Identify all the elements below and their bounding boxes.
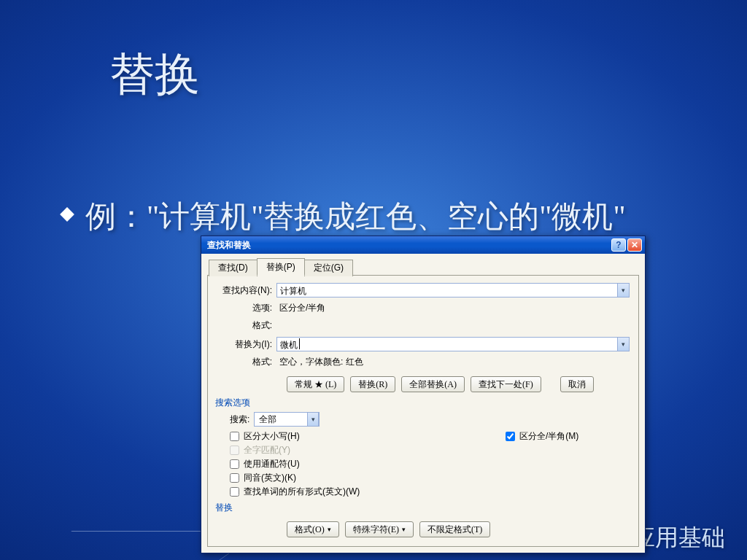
check-sounds-like[interactable]: 同音(英文)(K) bbox=[230, 471, 506, 485]
replace-input[interactable]: 微机 bbox=[276, 337, 618, 351]
options-label: 选项: bbox=[217, 302, 276, 314]
bullet-text: 例："计算机"替换成红色、空心的"微机" bbox=[85, 200, 626, 233]
help-button[interactable]: ? bbox=[611, 238, 626, 252]
special-button[interactable]: 特殊字符(E)▾ bbox=[345, 521, 414, 537]
find-format-label: 格式: bbox=[217, 319, 276, 332]
replace-label: 替换为(I): bbox=[217, 338, 276, 351]
find-label: 查找内容(N): bbox=[217, 284, 276, 297]
check-word-forms[interactable]: 查找单词的所有形式(英文)(W) bbox=[230, 485, 506, 499]
check-whole-word: 全字匹配(Y) bbox=[230, 443, 506, 457]
check-width[interactable]: 区分全/半角(M) bbox=[506, 429, 630, 443]
options-value: 区分全/半角 bbox=[276, 302, 325, 314]
tab-strip: 查找(D) 替换(P) 定位(G) bbox=[209, 258, 645, 275]
find-next-button[interactable]: 查找下一处(F) bbox=[471, 376, 541, 392]
replace-dropdown-icon[interactable]: ▾ bbox=[618, 337, 630, 351]
slide-bullet: 例："计算机"替换成红色、空心的"微机" bbox=[62, 197, 718, 237]
find-dropdown-icon[interactable]: ▾ bbox=[618, 283, 630, 298]
less-button[interactable]: 常规 ★ (L) bbox=[287, 376, 344, 392]
slide-title: 替换 bbox=[109, 44, 200, 105]
dialog-titlebar[interactable]: 查找和替换 ? ✕ bbox=[201, 236, 645, 254]
search-direction-value: 全部 bbox=[255, 413, 307, 426]
replace-button[interactable]: 替换(R) bbox=[350, 376, 395, 392]
tab-find[interactable]: 查找(D) bbox=[209, 260, 258, 276]
format-button[interactable]: 格式(O)▾ bbox=[287, 521, 339, 537]
no-format-button[interactable]: 不限定格式(T) bbox=[419, 521, 490, 537]
tab-panel: 查找内容(N): 计算机 ▾ 选项: 区分全/半角 格式: 替换为(I): 微机… bbox=[207, 275, 639, 547]
replace-group: 替换 bbox=[215, 502, 630, 514]
find-input[interactable]: 计算机 bbox=[276, 283, 618, 298]
tab-replace[interactable]: 替换(P) bbox=[257, 258, 305, 276]
bullet-icon bbox=[60, 207, 74, 222]
close-button[interactable]: ✕ bbox=[627, 238, 642, 252]
check-match-case[interactable]: 区分大小写(H) bbox=[230, 429, 506, 443]
chevron-down-icon: ▾ bbox=[307, 412, 319, 427]
replace-format-label: 格式: bbox=[217, 356, 276, 368]
check-wildcards[interactable]: 使用通配符(U) bbox=[230, 457, 506, 471]
dialog-title: 查找和替换 bbox=[207, 239, 251, 252]
tab-goto[interactable]: 定位(G) bbox=[304, 260, 353, 276]
replace-format-value: 空心，字体颜色: 红色 bbox=[276, 356, 363, 368]
search-options-group: 搜索选项 bbox=[215, 397, 630, 409]
cancel-button[interactable]: 取消 bbox=[560, 376, 594, 392]
find-replace-dialog: 查找和替换 ? ✕ 查找(D) 替换(P) 定位(G) 查找内容(N): 计算机… bbox=[201, 236, 646, 553]
search-direction-label: 搜索: bbox=[230, 413, 249, 426]
replace-all-button[interactable]: 全部替换(A) bbox=[401, 376, 465, 392]
search-direction-select[interactable]: 全部 ▾ bbox=[254, 412, 320, 427]
